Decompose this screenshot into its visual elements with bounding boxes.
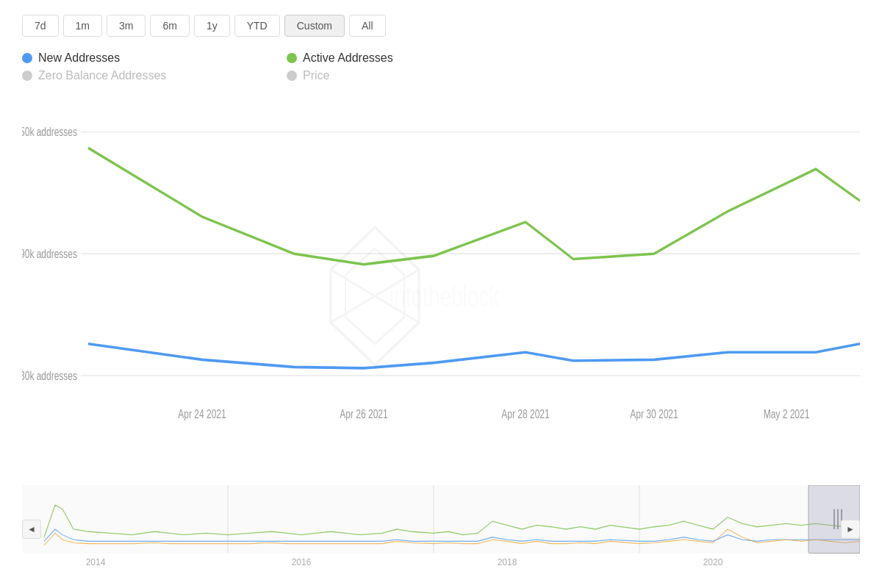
svg-text:intotheblock: intotheblock: [390, 280, 500, 312]
main-chart-svg: 150k addresses 90k addresses 30k address…: [22, 90, 860, 481]
legend-item-active-addresses[interactable]: Active Addresses: [287, 51, 537, 65]
overview-year-2018: 2018: [498, 557, 517, 568]
overview-chart-svg: 2014 2016 2018 2020: [22, 485, 860, 573]
legend-item-price[interactable]: Price: [287, 69, 537, 82]
legend-dot-zero-balance: [22, 71, 32, 81]
svg-text:90k addresses: 90k addresses: [22, 247, 77, 261]
chart-legend: New AddressesActive AddressesZero Balanc…: [22, 51, 537, 82]
legend-dot-active-addresses: [287, 53, 297, 63]
chart-area: 150k addresses 90k addresses 30k address…: [22, 90, 860, 573]
scroll-right-button[interactable]: ►: [841, 520, 860, 539]
time-filter-7d[interactable]: 7d: [22, 15, 59, 37]
overview-year-2020: 2020: [703, 557, 723, 568]
overview-year-2016: 2016: [292, 557, 312, 568]
time-filter-ytd[interactable]: YTD: [234, 15, 280, 37]
scroll-left-button[interactable]: ◄: [22, 520, 41, 539]
legend-item-new-addresses[interactable]: New Addresses: [22, 51, 272, 65]
overview-year-2014: 2014: [86, 557, 106, 568]
svg-text:May 2 2021: May 2 2021: [764, 406, 810, 420]
svg-text:150k addresses: 150k addresses: [22, 125, 77, 139]
svg-text:30k addresses: 30k addresses: [22, 369, 77, 383]
legend-dot-price: [287, 71, 297, 81]
svg-line-8: [331, 270, 375, 296]
time-filter-3m[interactable]: 3m: [107, 15, 146, 37]
legend-label-zero-balance: Zero Balance Addresses: [38, 69, 166, 82]
legend-label-active-addresses: Active Addresses: [303, 51, 393, 65]
legend-label-new-addresses: New Addresses: [38, 51, 120, 65]
legend-item-zero-balance[interactable]: Zero Balance Addresses: [22, 69, 272, 82]
app-container: 7d1m3m6m1yYTDCustomAll New AddressesActi…: [0, 0, 882, 588]
time-filter-6m[interactable]: 6m: [150, 15, 189, 37]
time-filter-1m[interactable]: 1m: [63, 15, 102, 37]
svg-line-10: [331, 296, 375, 323]
time-filter-bar: 7d1m3m6m1yYTDCustomAll: [22, 15, 860, 37]
svg-text:Apr 30 2021: Apr 30 2021: [630, 406, 678, 420]
svg-text:Apr 24 2021: Apr 24 2021: [178, 406, 226, 420]
svg-text:Apr 26 2021: Apr 26 2021: [340, 406, 387, 420]
time-filter-custom[interactable]: Custom: [284, 15, 345, 37]
legend-dot-new-addresses: [22, 53, 32, 63]
time-filter-all[interactable]: All: [349, 15, 386, 37]
active-addresses-line: [88, 148, 860, 264]
overview-section: ◄ ►: [22, 485, 860, 573]
svg-text:Apr 28 2021: Apr 28 2021: [501, 406, 549, 420]
time-filter-1y[interactable]: 1y: [194, 15, 230, 37]
legend-label-price: Price: [303, 69, 329, 82]
main-chart: 150k addresses 90k addresses 30k address…: [22, 90, 860, 481]
new-addresses-line: [88, 344, 860, 368]
